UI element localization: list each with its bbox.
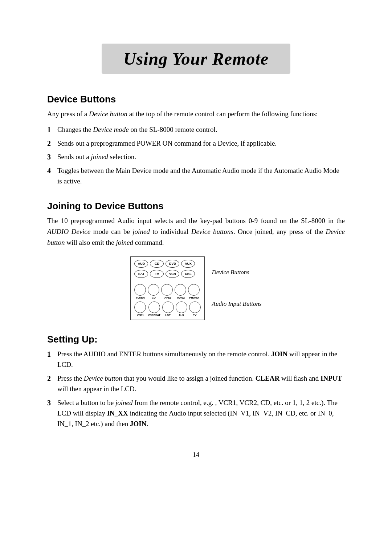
device-buttons-row1: AUD CD DVD AUX	[134, 260, 200, 268]
aud-button: AUD	[134, 260, 148, 268]
vcr2sat-btn: VCR2/SAT	[148, 301, 160, 317]
sat-button: SAT	[134, 270, 148, 278]
device-buttons-heading: Device Buttons	[47, 94, 345, 105]
diagram-device-buttons-section: AUD CD DVD AUX SAT TV VCR CBL	[131, 257, 204, 281]
cbl-button: CBL	[181, 270, 195, 278]
title-section: Using Your Remote	[47, 44, 345, 74]
diagram-audio-buttons-section: TUNER CD TAPE1	[131, 281, 204, 320]
ldp-btn: LDP	[162, 301, 174, 317]
phono-btn: PHONO	[188, 284, 200, 299]
section-setting-up: Setting Up: 1 Press the AUDIO and ENTER …	[47, 334, 345, 429]
list-item: 1 Press the AUDIO and ENTER buttons simu…	[47, 349, 345, 370]
tuner-btn: TUNER	[134, 284, 146, 299]
cd-button: CD	[150, 260, 164, 268]
tape2-btn: TAPE2	[175, 284, 186, 299]
dvd-button: DVD	[166, 260, 179, 268]
aux-button: AUX	[181, 260, 195, 268]
diagram-area: AUD CD DVD AUX SAT TV VCR CBL	[47, 256, 345, 320]
audio-buttons-row1: TUNER CD TAPE1	[134, 284, 200, 299]
page: Using Your Remote Device Buttons Any pre…	[0, 0, 392, 555]
tv-button: TV	[150, 270, 164, 278]
audio-input-label: Audio Input Buttons	[212, 300, 262, 308]
device-buttons-label: Device Buttons	[212, 269, 262, 276]
tape1-btn: TAPE1	[161, 284, 173, 299]
diagram-side-labels: Device Buttons Audio Input Buttons	[205, 256, 262, 320]
aux-audio-btn: AUX	[176, 301, 187, 317]
joining-paragraph: The 10 preprogrammed Audio input selects…	[47, 215, 345, 248]
section-device-buttons: Device Buttons Any press of a Device but…	[47, 94, 345, 187]
cd-audio-btn: CD	[148, 284, 159, 299]
setting-up-heading: Setting Up:	[47, 334, 345, 345]
list-item: 4 Toggles between the Main Device mode a…	[47, 165, 345, 187]
vcr1-btn: VCR1	[134, 301, 146, 317]
page-number: 14	[47, 451, 345, 459]
list-item: 2 Press the Device button that you would…	[47, 373, 345, 394]
device-buttons-list: 1 Changes the Device mode on the SL-8000…	[47, 124, 345, 186]
setting-up-list: 1 Press the AUDIO and ENTER buttons simu…	[47, 349, 345, 429]
list-item: 3 Sends out a joined selection.	[47, 151, 345, 162]
joining-heading: Joining to Device Buttons	[47, 200, 345, 212]
device-buttons-row2: SAT TV VCR CBL	[134, 270, 200, 278]
diagram-buttons: AUD CD DVD AUX SAT TV VCR CBL	[130, 256, 204, 320]
list-item: 2 Sends out a preprogrammed POWER ON com…	[47, 138, 345, 149]
title-box: Using Your Remote	[102, 44, 290, 74]
vcr-button: VCR	[166, 270, 179, 278]
page-title: Using Your Remote	[123, 49, 269, 68]
list-item: 1 Changes the Device mode on the SL-8000…	[47, 124, 345, 135]
section-joining: Joining to Device Buttons The 10 preprog…	[47, 200, 345, 320]
list-item: 3 Select a button to be joined from the …	[47, 397, 345, 429]
tv-audio-btn: TV	[189, 301, 201, 317]
device-buttons-intro: Any press of a Device button at the top …	[47, 109, 345, 119]
audio-buttons-row2: VCR1 VCR2/SAT LDP	[134, 301, 200, 317]
